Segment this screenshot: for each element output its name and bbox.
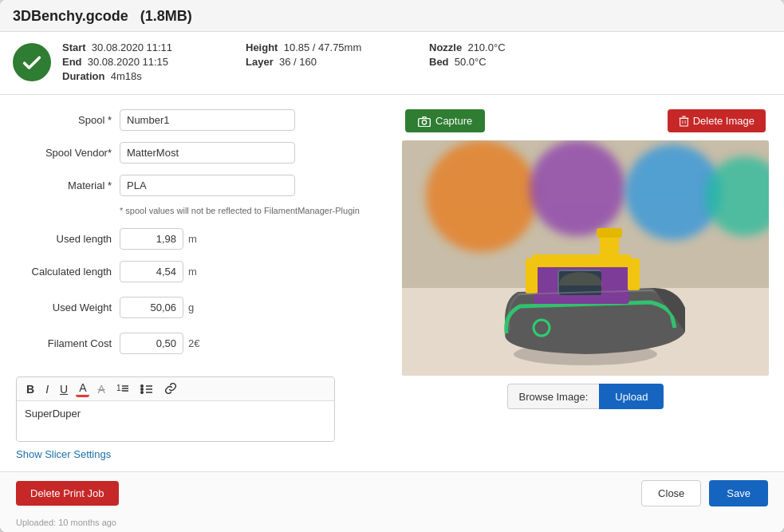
trash-icon [679,116,689,127]
end-row: End 30.08.2020 11:15 [62,56,222,68]
right-panel: Capture Delete Image [402,109,769,462]
filament-cost-input[interactable] [120,333,183,354]
svg-point-18 [426,140,538,252]
nozzle-row: Nozzle 210.0°C [429,41,589,53]
svg-point-11 [422,120,426,124]
material-row: Material * [16,175,383,196]
used-length-unit: m [188,233,197,245]
spool-vendor-row: Spool Vendor* [16,142,383,164]
used-weight-row: Used Weight g [16,297,383,318]
spool-vendor-label: Spool Vendor* [16,147,112,159]
used-weight-unit: g [188,301,194,313]
capture-row: Capture Delete Image [402,109,769,132]
layer-value: 36 / 160 [279,56,317,68]
capture-label: Capture [435,115,472,127]
modal-header: 3DBenchy.gcode (1.8MB) [0,0,784,32]
show-slicer-settings-link[interactable]: Show Slicer Settings [16,448,111,460]
unordered-list-icon [140,383,153,394]
status-check-icon [13,43,51,81]
svg-point-4 [140,384,144,388]
footer-right: Close Save [641,480,768,506]
svg-rect-12 [680,118,687,126]
file-size: (1.8MB) [140,8,192,24]
checkmark-icon [21,51,43,73]
used-length-input[interactable] [120,228,183,250]
layer-row: Layer 36 / 160 [246,56,405,68]
preview-image [402,140,769,376]
used-weight-input[interactable] [120,297,183,318]
start-row: Start 30.08.2020 11:11 [62,41,222,53]
layer-label: Layer [246,56,274,68]
filament-cost-label: Filament Cost [16,337,112,349]
used-weight-label: Used Weight [16,301,112,313]
calc-length-input[interactable] [120,261,183,282]
info-col-1: Start 30.08.2020 11:11 End 30.08.2020 11… [62,41,222,85]
duration-row: Duration 4m18s [62,70,222,82]
bold-button[interactable]: B [23,382,37,396]
duration-label: Duration [62,70,104,82]
svg-rect-29 [628,258,640,290]
material-input[interactable] [120,175,295,196]
left-panel: Spool * Spool Vendor* Material * * spool… [16,109,383,462]
height-row: Height 10.85 / 47.75mm [246,41,405,53]
used-length-label: Used length [16,233,112,245]
link-icon [164,383,177,394]
nozzle-label: Nozzle [429,41,462,53]
upload-button[interactable]: Upload [599,384,664,409]
svg-point-5 [140,388,144,391]
info-row: Start 30.08.2020 11:11 End 30.08.2020 11… [0,32,784,95]
spool-vendor-input[interactable] [120,142,295,164]
text-editor: B I U A A 1. [16,376,335,442]
info-col-3: Nozzle 210.0°C Bed 50.0°C [429,41,589,85]
close-button[interactable]: Close [641,480,701,506]
save-button[interactable]: Save [709,480,768,506]
nozzle-value: 210.0°C [467,41,505,53]
calc-length-row: Calculated length m [16,261,383,282]
italic-button[interactable]: I [42,382,52,396]
filament-cost-row: Filament Cost 2€ [16,333,383,354]
browse-row: Browse Image: Upload [507,384,664,409]
benchy-illustration [402,140,769,376]
start-value: 30.08.2020 11:11 [92,41,172,53]
spool-row: Spool * [16,109,383,131]
strikethrough-button[interactable]: A [94,382,108,396]
height-value: 10.85 / 47.75mm [284,41,362,53]
modal-body: Spool * Spool Vendor* Material * * spool… [0,95,784,471]
modal-container: 3DBenchy.gcode (1.8MB) Start 30.08.2020 … [0,0,784,532]
calc-length-unit: m [188,266,197,278]
svg-point-19 [530,140,625,236]
editor-toolbar: B I U A A 1. [17,377,334,401]
svg-point-6 [140,391,144,394]
camera-icon [418,116,431,127]
bed-label: Bed [429,56,449,68]
bed-row: Bed 50.0°C [429,56,589,68]
capture-button[interactable]: Capture [405,109,485,132]
editor-wrapper: B I U A A 1. [16,372,383,460]
delete-image-button[interactable]: Delete Image [668,109,766,132]
spool-input[interactable] [120,109,295,131]
height-label: Height [246,41,278,53]
svg-rect-31 [597,228,622,238]
info-col-2: Height 10.85 / 47.75mm Layer 36 / 160 [246,41,405,85]
material-label: Material * [16,179,112,191]
ordered-list-button[interactable]: 1. [113,381,132,397]
end-value: 30.08.2020 11:15 [88,56,168,68]
calc-length-label: Calculated length [16,266,112,278]
font-color-button[interactable]: A [76,380,89,397]
end-label: End [62,56,82,68]
spool-label: Spool * [16,114,112,126]
spool-note: * spool values will not be reflected to … [120,206,383,215]
underline-button[interactable]: U [57,382,71,396]
used-length-row: Used length m [16,228,383,250]
browse-label: Browse Image: [507,384,600,409]
unordered-list-button[interactable] [137,381,156,397]
delete-image-label: Delete Image [693,115,754,127]
duration-value: 4m18s [111,70,142,82]
delete-print-job-button[interactable]: Delete Print Job [16,481,119,506]
uploaded-note: Uploaded: 10 months ago [0,514,784,532]
file-name: 3DBenchy.gcode [13,8,128,24]
link-button[interactable] [161,381,180,397]
editor-content[interactable]: SuperDuper [17,401,334,441]
ordered-list-icon: 1. [116,383,129,394]
svg-rect-28 [526,258,538,294]
